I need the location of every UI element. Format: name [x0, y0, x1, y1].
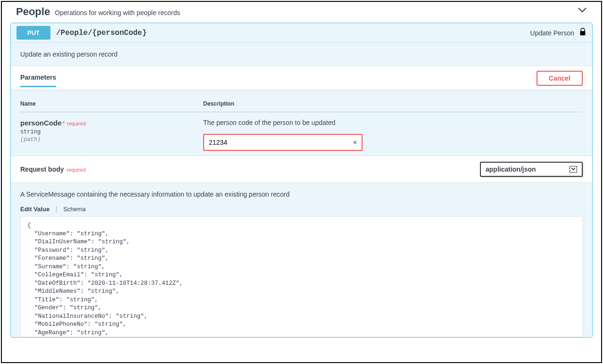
parameters-bar: Parameters Cancel — [11, 66, 592, 90]
tab-schema[interactable]: Schema — [63, 206, 86, 213]
operation-block: PUT /People/{personCode} Update Person U… — [10, 23, 593, 338]
operation-summary-text: Update Person — [530, 29, 574, 37]
parameters-table: Name Description personCode * required s… — [11, 90, 592, 156]
operation-description: Update an existing person record — [11, 43, 592, 66]
parameter-desc-cell: The person code of the person to be upda… — [203, 119, 583, 151]
clear-input-icon[interactable]: × — [348, 139, 362, 146]
cancel-button[interactable]: Cancel — [537, 71, 583, 86]
param-description: The person code of the person to be upda… — [203, 119, 583, 126]
section-header[interactable]: People Operations for working with peopl… — [2, 2, 601, 23]
parameter-name-cell: personCode * required string (path) — [20, 119, 203, 151]
section-description: Operations for working with people recor… — [55, 9, 180, 17]
body-tabs: Edit Value Schema — [20, 206, 583, 213]
param-type: string — [20, 129, 203, 135]
svg-rect-0 — [580, 31, 586, 35]
parameters-tab[interactable]: Parameters — [20, 74, 56, 87]
param-name: personCode — [20, 119, 62, 127]
tab-edit-value[interactable]: Edit Value — [20, 206, 50, 213]
request-body-title: Request body — [20, 165, 64, 173]
param-input-wrap: × — [203, 134, 363, 151]
chevron-down-icon[interactable] — [578, 7, 587, 15]
request-body-editor[interactable]: { "Username": "string", "DialInUserName"… — [20, 216, 583, 337]
request-body-section: A ServiceMessage containing the necessar… — [11, 183, 592, 337]
section-title: People — [16, 6, 50, 18]
param-location: (path) — [20, 136, 203, 143]
request-body-bar: Request body required application/json — [11, 156, 592, 183]
personcode-input[interactable] — [204, 135, 348, 150]
select-caret-icon — [570, 166, 577, 173]
parameter-row: personCode * required string (path) The … — [20, 112, 583, 151]
lock-icon[interactable] — [579, 28, 586, 38]
required-label: required — [67, 121, 86, 126]
tab-divider — [56, 206, 57, 213]
request-body-required: required — [67, 167, 86, 173]
request-body-description: A ServiceMessage containing the necessar… — [20, 190, 583, 198]
content-type-select[interactable]: application/json — [480, 162, 583, 177]
col-header-name: Name — [20, 100, 203, 107]
summary-right: Update Person — [530, 28, 586, 38]
operation-summary[interactable]: PUT /People/{personCode} Update Person — [11, 23, 592, 43]
method-badge: PUT — [17, 26, 50, 40]
required-star: * — [63, 120, 65, 127]
col-header-description: Description — [203, 100, 583, 107]
app-frame: People Operations for working with peopl… — [1, 1, 602, 363]
content-type-value: application/json — [486, 165, 566, 173]
operation-path: /People/{personCode} — [56, 29, 530, 37]
parameters-table-head: Name Description — [20, 100, 583, 112]
